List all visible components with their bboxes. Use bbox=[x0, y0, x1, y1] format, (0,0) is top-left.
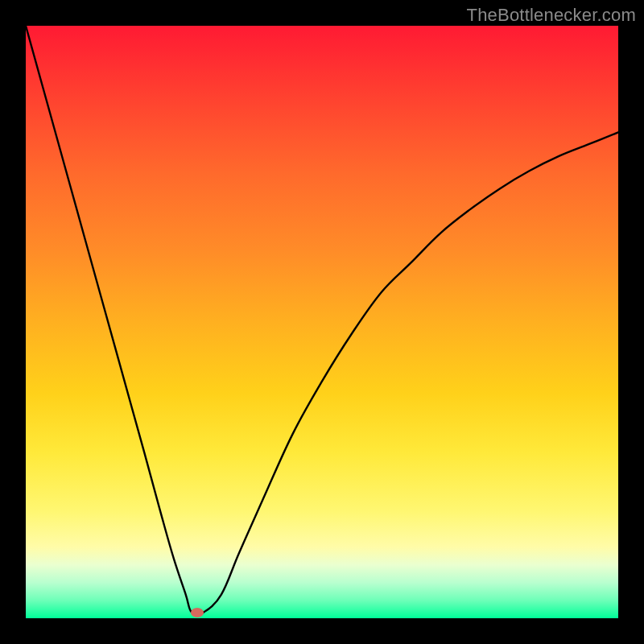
plot-area bbox=[26, 26, 618, 618]
chart-frame: TheBottlenecker.com bbox=[0, 0, 644, 644]
bottleneck-curve bbox=[26, 26, 618, 615]
attribution-text: TheBottlenecker.com bbox=[467, 5, 636, 26]
optimal-point-marker bbox=[191, 608, 204, 617]
curve-svg bbox=[26, 26, 618, 618]
